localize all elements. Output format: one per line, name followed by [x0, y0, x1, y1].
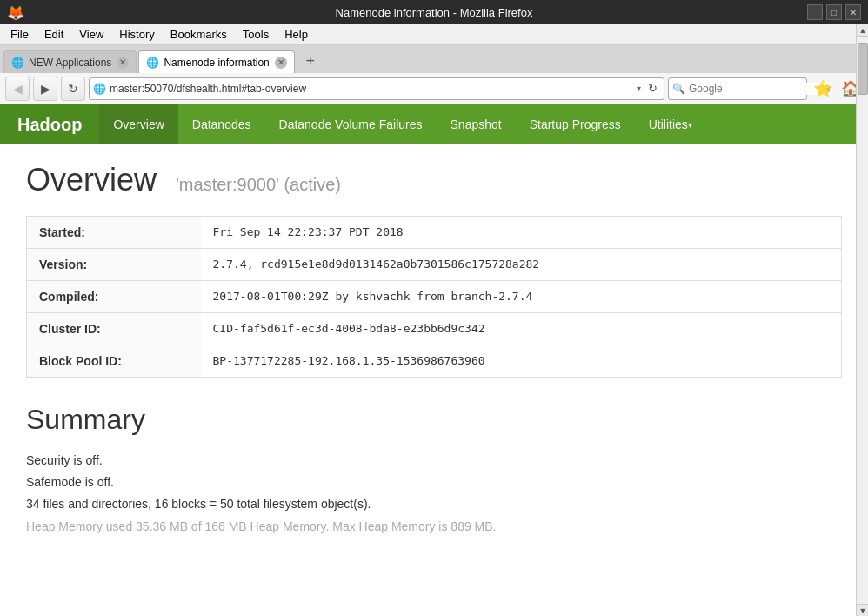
- key-block-pool-id: Block Pool ID:: [27, 345, 201, 378]
- table-row: Version: 2.7.4, rcd915e1e8d9d0131462a0b7…: [27, 249, 842, 281]
- menu-bar: File Edit View History Bookmarks Tools H…: [0, 24, 868, 45]
- tab-label-2: Namenode information: [164, 57, 269, 69]
- bookmarks-button[interactable]: ⭐: [811, 77, 835, 101]
- hadoop-navbar: Hadoop Overview Datanodes Datanode Volum…: [0, 104, 868, 144]
- summary-heading: Summary: [26, 404, 842, 436]
- back-button[interactable]: ◀: [5, 77, 30, 101]
- value-cluster-id: CID-faf5d61f-ec3d-4008-bda8-e23bb6d9c342: [201, 313, 842, 345]
- forward-button[interactable]: ▶: [33, 77, 57, 101]
- nav-overview[interactable]: Overview: [99, 104, 177, 144]
- table-row: Started: Fri Sep 14 22:23:37 PDT 2018: [27, 217, 842, 249]
- new-tab-button[interactable]: +: [300, 50, 321, 71]
- table-row: Cluster ID: CID-faf5d61f-ec3d-4008-bda8-…: [27, 313, 842, 345]
- search-bar: 🔍 G: [668, 77, 807, 100]
- window-title: Namenode information - Mozilla Firefox: [336, 6, 533, 19]
- tab-new-applications[interactable]: 🌐 NEW Applications ✕: [3, 50, 137, 73]
- summary-line-4: Heap Memory used 35.36 MB of 166 MB Heap…: [26, 516, 842, 538]
- scrollbar[interactable]: ▲ ▼: [856, 24, 868, 616]
- menu-file[interactable]: File: [3, 26, 36, 43]
- nav-startup-progress[interactable]: Startup Progress: [516, 104, 635, 144]
- title-bar: 🦊 Namenode information - Mozilla Firefox…: [0, 0, 868, 24]
- key-started: Started:: [27, 217, 201, 249]
- search-icon: 🔍: [672, 83, 685, 95]
- value-started: Fri Sep 14 22:23:37 PDT 2018: [201, 217, 842, 249]
- overview-table: Started: Fri Sep 14 22:23:37 PDT 2018 Ve…: [26, 216, 842, 378]
- overview-title-text: Overview: [26, 162, 157, 198]
- menu-view[interactable]: View: [72, 26, 110, 43]
- key-version: Version:: [27, 249, 201, 281]
- summary-line-2: Safemode is off.: [26, 472, 842, 493]
- scrollbar-down-arrow[interactable]: ▼: [857, 604, 868, 616]
- summary-content: Security is off. Safemode is off. 34 fil…: [26, 450, 842, 538]
- main-content: Overview 'master:9000' (active) Started:…: [0, 144, 868, 616]
- summary-line-1: Security is off.: [26, 450, 842, 472]
- menu-bookmarks[interactable]: Bookmarks: [164, 26, 234, 43]
- url-dropdown-arrow[interactable]: ▾: [637, 84, 641, 93]
- close-button[interactable]: ✕: [845, 4, 861, 20]
- tab-namenode-information[interactable]: 🌐 Namenode information ✕: [138, 50, 294, 73]
- key-cluster-id: Cluster ID:: [27, 313, 201, 345]
- nav-datanode-volume-failures[interactable]: Datanode Volume Failures: [265, 104, 437, 144]
- firefox-logo: 🦊: [7, 4, 24, 21]
- scrollbar-up-arrow[interactable]: ▲: [857, 24, 868, 37]
- overview-heading: Overview 'master:9000' (active): [26, 162, 842, 198]
- refresh-button[interactable]: ↻: [61, 77, 85, 101]
- scrollbar-thumb[interactable]: [858, 43, 868, 95]
- minimize-button[interactable]: _: [807, 4, 823, 20]
- menu-tools[interactable]: Tools: [236, 26, 276, 43]
- table-row: Block Pool ID: BP-1377172285-192.168.1.3…: [27, 345, 842, 378]
- value-compiled: 2017-08-01T00:29Z by kshvachk from branc…: [201, 281, 842, 313]
- nav-bar: ◀ ▶ ↻ 🌐 ▾ ↻ 🔍 G ⭐ 🏠: [0, 73, 868, 104]
- value-version: 2.7.4, rcd915e1e8d9d0131462a0b7301586c17…: [201, 249, 842, 281]
- url-refresh-icon[interactable]: ↻: [644, 81, 660, 97]
- summary-line-3: 34 files and directories, 16 blocks = 50…: [26, 493, 842, 515]
- url-favicon: 🌐: [93, 83, 106, 95]
- restore-button[interactable]: □: [826, 4, 842, 20]
- search-input[interactable]: [689, 83, 819, 95]
- tab-favicon-1: 🌐: [11, 57, 23, 69]
- tab-close-1[interactable]: ✕: [117, 57, 129, 69]
- nav-snapshot[interactable]: Snapshot: [437, 104, 516, 144]
- menu-history[interactable]: History: [112, 26, 161, 43]
- url-bar: 🌐 ▾ ↻: [89, 77, 664, 100]
- url-input[interactable]: [110, 83, 633, 95]
- hadoop-logo: Hadoop: [0, 104, 99, 144]
- tab-favicon-2: 🌐: [146, 57, 158, 69]
- table-row: Compiled: 2017-08-01T00:29Z by kshvachk …: [27, 281, 842, 313]
- overview-subtitle: 'master:9000' (active): [176, 175, 341, 194]
- value-block-pool-id: BP-1377172285-192.168.1.35-1536986763960: [201, 345, 842, 378]
- menu-help[interactable]: Help: [277, 26, 315, 43]
- window-controls: _ □ ✕: [807, 4, 861, 20]
- nav-datanodes[interactable]: Datanodes: [178, 104, 265, 144]
- menu-edit[interactable]: Edit: [37, 26, 70, 43]
- tab-bar: 🌐 NEW Applications ✕ 🌐 Namenode informat…: [0, 45, 868, 73]
- key-compiled: Compiled:: [27, 281, 201, 313]
- nav-utilities[interactable]: Utilities: [635, 104, 706, 144]
- tab-label-1: NEW Applications: [29, 57, 111, 69]
- tab-close-2[interactable]: ✕: [275, 57, 287, 69]
